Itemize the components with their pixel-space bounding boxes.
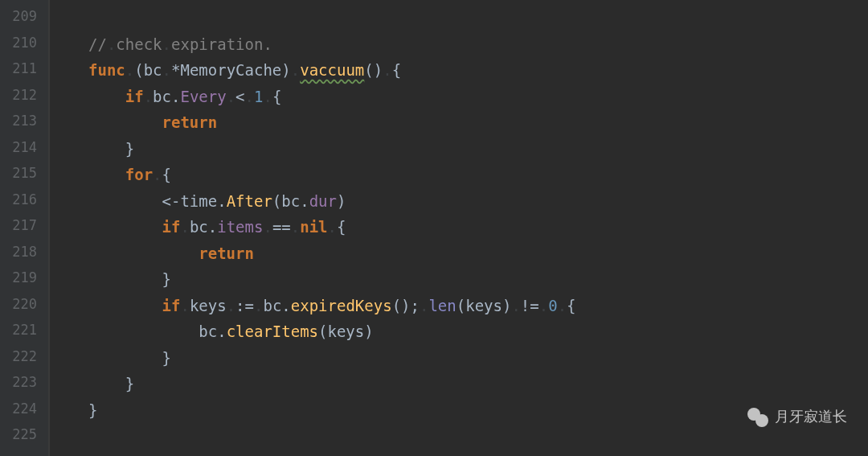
code-line: } [88, 345, 868, 372]
line-number-gutter: 2092102112122132142152162172182192202212… [0, 0, 48, 456]
line-number: 222 [8, 343, 37, 370]
line-number: 216 [8, 187, 37, 213]
line-number: 225 [8, 421, 37, 448]
code-line: } [88, 266, 868, 293]
line-number: 218 [8, 239, 37, 265]
line-number: 215 [8, 160, 37, 187]
code-line [88, 5, 868, 31]
watermark-text: 月牙寂道长 [775, 407, 847, 426]
code-line: if.keys.:=.bc.expiredKeys();.len(keys).!… [88, 293, 868, 319]
line-number: 210 [8, 30, 37, 56]
line-number: 224 [8, 396, 37, 422]
code-line: return [88, 109, 868, 136]
line-number: 219 [8, 265, 37, 291]
line-number: 211 [8, 55, 37, 82]
line-number: 214 [8, 134, 37, 161]
code-line: bc.clearItems(keys) [88, 318, 868, 345]
code-area[interactable]: //.check.expiration.func.(bc.*MemoryCach… [50, 0, 868, 456]
line-number: 220 [8, 291, 37, 318]
code-line: return [88, 240, 868, 267]
code-line: if.bc.Every.<.1.{ [88, 84, 868, 110]
line-number: 209 [8, 3, 37, 30]
line-number: 223 [8, 369, 37, 396]
code-line: <-time.After(bc.dur) [88, 188, 868, 215]
code-line: for.{ [88, 162, 868, 188]
line-number: 221 [8, 317, 37, 343]
watermark: 月牙寂道长 [747, 406, 847, 427]
code-editor: 2092102112122132142152162172182192202212… [0, 0, 868, 456]
wechat-icon [747, 406, 768, 427]
code-line: } [88, 371, 868, 397]
code-line: if.bc.items.==.nil.{ [88, 214, 868, 240]
line-number: 212 [8, 82, 37, 109]
code-line: } [88, 136, 868, 162]
code-line: func.(bc.*MemoryCache).vaccuum().{ [88, 57, 868, 84]
code-line: //.check.expiration. [88, 31, 868, 58]
line-number: 217 [8, 212, 37, 239]
line-number: 213 [8, 108, 37, 134]
